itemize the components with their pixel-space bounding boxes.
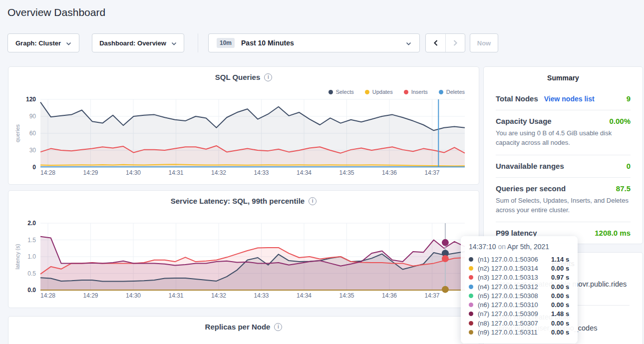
replicas-card: Replicas per Node i [8,316,479,344]
tooltip-node-label: (n2) 127.0.0.1:50314 [478,265,551,272]
tooltip-node-value: 1.48 s [551,310,569,318]
node-series-dot-icon [469,303,473,307]
node-series-dot-icon [469,294,473,298]
tooltip-node-value: 0.00 s [551,320,569,327]
svg-text:0.0: 0.0 [27,287,36,294]
tooltip-node-row: (n6) 127.0.0.1:503100.00 s [469,300,570,309]
sql-queries-chart[interactable]: 14:2814:2914:3014:3114:3214:3314:3414:35… [8,67,480,184]
tooltip-node-value: 0.00 s [551,329,569,336]
svg-text:14:33: 14:33 [254,169,269,176]
tooltip-node-row: (n2) 127.0.0.1:503140.00 s [469,264,570,273]
tooltip-node-row: (n3) 127.0.0.1:503130.97 s [469,273,570,282]
view-nodes-list-link[interactable]: View nodes list [544,95,595,103]
tooltip-node-value: 0.00 s [551,292,569,300]
tooltip-node-label: (n9) 127.0.0.1:50311 [478,329,551,336]
svg-text:14:28: 14:28 [40,292,55,299]
svg-text:14:34: 14:34 [297,169,312,176]
svg-text:14:29: 14:29 [83,169,98,176]
summary-row-label: Unavailable ranges [496,162,564,170]
summary-row-value: 1208.0 ms [595,229,631,237]
svg-text:30: 30 [29,147,36,154]
info-icon[interactable]: i [274,323,282,331]
tooltip-node-row: (n5) 127.0.0.1:503080.00 s [469,291,570,300]
node-series-dot-icon [469,285,473,289]
svg-text:14:30: 14:30 [126,169,141,176]
summary-row-label: Capacity Usage [496,117,552,125]
graph-dropdown-label: Graph: Cluster [15,39,61,47]
replicas-title: Replicas per Node i [8,323,479,331]
svg-text:14:36: 14:36 [382,292,397,299]
tooltip-node-label: (n6) 127.0.0.1:50310 [478,301,551,309]
tooltip-node-value: 0.00 s [551,301,569,309]
node-series-dot-icon [469,321,473,326]
now-button[interactable]: Now [470,33,498,52]
svg-text:14:32: 14:32 [211,169,226,176]
dashboard-dropdown-label: Dashboard: Overview [99,39,166,47]
tooltip-node-label: (n7) 127.0.0.1:50309 [478,310,551,318]
sql-queries-card: SQL Queries i SelectsUpdatesInsertsDelet… [8,66,479,185]
summary-row-label: Queries per second [496,184,566,193]
tooltip-node-value: 0.00 s [551,283,569,291]
chart-hover-tooltip: 14:37:10 on Apr 5th, 2021 (n1) 127.0.0.1… [461,236,578,344]
svg-text:latency (s): latency (s) [14,244,20,270]
summary-row-value: 9 [627,94,631,103]
service-latency-chart[interactable]: 14:2814:2914:3014:3114:3214:3314:3414:35… [8,191,480,308]
svg-text:0.5: 0.5 [27,270,36,277]
summary-row: Queries per second87.5Sum of Selects, Up… [496,178,631,223]
summary-row-description: You are using 0 B of 4.5 GiB usable disk… [496,129,631,148]
tooltip-node-label: (n1) 127.0.0.1:50306 [478,256,551,263]
svg-text:14:32: 14:32 [211,292,226,299]
svg-text:1.5: 1.5 [27,237,36,244]
svg-text:14:34: 14:34 [297,292,312,299]
svg-text:14:33: 14:33 [254,292,269,299]
tooltip-rows: (n1) 127.0.0.1:503061.14 s(n2) 127.0.0.1… [469,255,570,337]
tooltip-node-row: (n1) 127.0.0.1:503061.14 s [469,255,570,264]
summary-row-description: Sum of Selects, Updates, Inserts, and De… [496,196,631,215]
svg-text:14:35: 14:35 [339,292,354,299]
svg-text:1.0: 1.0 [27,253,36,260]
time-range-badge: 10m [217,38,235,48]
svg-text:14:37: 14:37 [424,292,439,299]
svg-text:14:29: 14:29 [83,292,98,299]
summary-body: Total NodesView nodes list9Capacity Usag… [484,82,643,244]
chevron-down-icon [66,39,71,47]
summary-row: Unavailable ranges0 [496,155,631,178]
node-series-dot-icon [469,266,473,271]
time-back-button[interactable] [426,34,445,52]
summary-row: Total NodesView nodes list9 [496,88,631,110]
graph-dropdown[interactable]: Graph: Cluster [7,33,79,52]
summary-row-label: Total Nodes [496,94,538,103]
tooltip-node-value: 0.97 s [551,274,569,281]
tooltip-node-value: 0.00 s [551,265,569,272]
toolbar: Graph: Cluster Dashboard: Overview 10m P… [7,33,498,52]
page-title: Overview Dashboard [7,6,105,18]
tooltip-node-label: (n5) 127.0.0.1:50308 [478,292,551,300]
time-range-picker[interactable]: 10m Past 10 Minutes [208,33,420,52]
node-series-dot-icon [469,275,473,280]
node-series-dot-icon [469,330,473,335]
summary-panel: Summary Total NodesView nodes list9Capac… [483,66,643,244]
chevron-down-icon [406,39,411,47]
tooltip-node-row: (n7) 127.0.0.1:503091.48 s [469,310,570,319]
svg-text:2.0: 2.0 [27,220,36,227]
tooltip-node-label: (n4) 127.0.0.1:50312 [478,283,551,291]
svg-text:60: 60 [29,130,36,137]
summary-row: Capacity Usage0.00%You are using 0 B of … [496,110,631,155]
svg-text:120: 120 [26,96,36,103]
time-range-label: Past 10 Minutes [241,39,294,47]
tooltip-timestamp: 14:37:10 on Apr 5th, 2021 [469,243,570,251]
chevron-down-icon [171,39,177,47]
tooltip-node-value: 1.14 s [551,256,569,263]
svg-text:0: 0 [32,164,36,171]
summary-row-value: 0 [627,162,631,170]
time-forward-button[interactable] [445,34,465,52]
svg-text:14:31: 14:31 [168,169,183,176]
service-latency-card: Service Latency: SQL, 99th percentile i … [8,190,479,308]
overview-dashboard-page: Overview Dashboard Graph: Cluster Dashbo… [0,0,644,344]
dashboard-dropdown[interactable]: Dashboard: Overview [92,33,184,52]
tooltip-node-row: (n8) 127.0.0.1:503070.00 s [469,319,570,328]
tooltip-node-row: (n9) 127.0.0.1:503110.00 s [469,328,570,337]
summary-row-value: 0.00% [609,117,631,125]
svg-text:90: 90 [29,113,36,120]
node-series-dot-icon [469,257,473,262]
